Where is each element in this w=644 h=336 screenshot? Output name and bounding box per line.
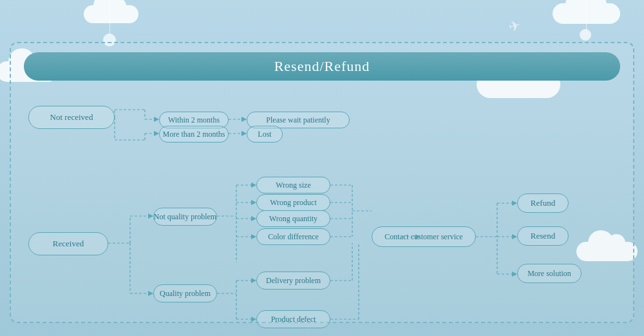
not-received-node: Not received (28, 106, 115, 129)
string-2 (586, 0, 587, 31)
svg-marker-9 (154, 131, 159, 136)
quality-problem-node: Quality problem (153, 284, 217, 302)
title-bar: Resend/Refund (24, 52, 620, 81)
refund-node: Refund (517, 193, 569, 213)
svg-marker-28 (251, 216, 256, 221)
main-container: Resend/Refund (10, 42, 634, 323)
svg-marker-40 (251, 278, 256, 283)
wrong-size-node: Wrong size (256, 177, 330, 193)
resend-node: Resend (517, 226, 569, 246)
wrong-product-node: Wrong product (256, 194, 330, 211)
color-difference-node: Color difference (256, 228, 330, 245)
svg-marker-17 (148, 213, 153, 219)
more-than-2-months-node: More than 2 months (159, 126, 229, 143)
received-node: Received (28, 232, 108, 255)
not-quality-problem-node: Not quality problem (153, 208, 217, 226)
svg-marker-4 (154, 117, 159, 122)
wrong-quantity-node: Wrong quantity (256, 210, 330, 227)
svg-marker-13 (242, 131, 247, 136)
lost-node: Lost (247, 126, 283, 143)
product-defect-node: Product defect (256, 310, 330, 328)
svg-marker-26 (251, 200, 256, 205)
svg-marker-50 (512, 201, 517, 206)
svg-marker-11 (242, 117, 247, 122)
hanging-shape-2 (580, 29, 591, 41)
page-title: Resend/Refund (274, 58, 370, 75)
delivery-problem-node: Delivery problem (256, 272, 330, 290)
contact-customer-service-node: Contact customer service (372, 226, 476, 247)
string-1 (109, 0, 110, 35)
cloud-1 (84, 5, 138, 23)
svg-marker-42 (251, 317, 256, 322)
svg-marker-52 (512, 234, 517, 239)
svg-marker-54 (512, 272, 517, 277)
svg-marker-24 (251, 183, 256, 188)
svg-marker-20 (148, 291, 153, 296)
svg-marker-30 (251, 234, 256, 239)
more-solution-node: More solution (517, 264, 582, 283)
